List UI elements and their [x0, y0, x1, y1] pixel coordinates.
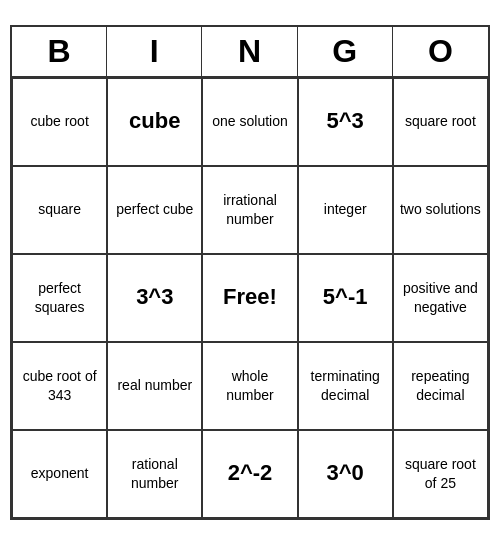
header-letter: O [393, 27, 488, 76]
bingo-cell: square root of 25 [393, 430, 488, 518]
bingo-cell: 3^3 [107, 254, 202, 342]
bingo-cell: whole number [202, 342, 297, 430]
bingo-cell: two solutions [393, 166, 488, 254]
bingo-cell: 5^3 [298, 78, 393, 166]
bingo-card: BINGO cube rootcubeone solution5^3square… [10, 25, 490, 520]
bingo-cell: 2^-2 [202, 430, 297, 518]
bingo-grid: cube rootcubeone solution5^3square roots… [12, 78, 488, 518]
header-letter: I [107, 27, 202, 76]
bingo-cell: repeating decimal [393, 342, 488, 430]
bingo-cell: one solution [202, 78, 297, 166]
bingo-cell: cube root of 343 [12, 342, 107, 430]
bingo-cell: perfect cube [107, 166, 202, 254]
bingo-cell: 5^-1 [298, 254, 393, 342]
header-letter: G [298, 27, 393, 76]
bingo-header: BINGO [12, 27, 488, 78]
bingo-cell: positive and negative [393, 254, 488, 342]
bingo-cell: square root [393, 78, 488, 166]
bingo-cell: terminating decimal [298, 342, 393, 430]
bingo-cell: real number [107, 342, 202, 430]
bingo-cell: 3^0 [298, 430, 393, 518]
header-letter: N [202, 27, 297, 76]
bingo-cell: cube [107, 78, 202, 166]
bingo-cell: exponent [12, 430, 107, 518]
bingo-cell: integer [298, 166, 393, 254]
header-letter: B [12, 27, 107, 76]
bingo-cell: rational number [107, 430, 202, 518]
bingo-cell: cube root [12, 78, 107, 166]
bingo-cell: irrational number [202, 166, 297, 254]
bingo-cell: Free! [202, 254, 297, 342]
bingo-cell: square [12, 166, 107, 254]
bingo-cell: perfect squares [12, 254, 107, 342]
